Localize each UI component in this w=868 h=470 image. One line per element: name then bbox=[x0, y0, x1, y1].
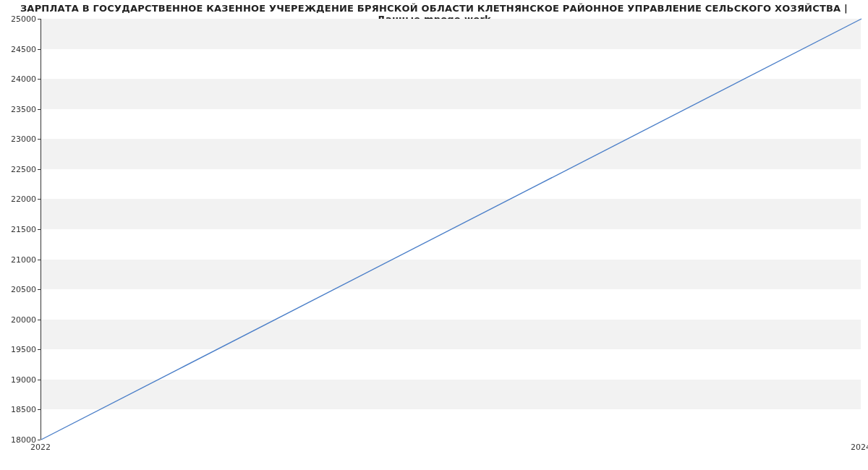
series-line bbox=[41, 19, 861, 440]
y-tick-label: 18500 bbox=[3, 405, 36, 414]
y-tick-mark bbox=[38, 19, 41, 20]
y-tick-mark bbox=[38, 109, 41, 110]
plot-area bbox=[41, 19, 861, 440]
y-tick-mark bbox=[38, 49, 41, 50]
y-tick-mark bbox=[38, 199, 41, 200]
y-tick-mark bbox=[38, 380, 41, 380]
y-tick-label: 21500 bbox=[3, 225, 36, 234]
y-tick-mark bbox=[38, 320, 41, 320]
y-tick-label: 22000 bbox=[3, 195, 36, 204]
y-tick-mark bbox=[38, 349, 41, 350]
y-tick-label: 20000 bbox=[3, 315, 36, 324]
y-tick-label: 24500 bbox=[3, 44, 36, 54]
y-tick-mark bbox=[38, 79, 41, 80]
y-tick-mark bbox=[38, 139, 41, 140]
y-tick-mark bbox=[38, 169, 41, 170]
x-tick-label: 2022 bbox=[30, 443, 51, 452]
y-tick-label: 20500 bbox=[3, 285, 36, 294]
y-tick-label: 24000 bbox=[3, 74, 36, 84]
y-tick-label: 19500 bbox=[3, 345, 36, 354]
y-tick-label: 21000 bbox=[3, 255, 36, 264]
line-layer bbox=[41, 19, 861, 439]
y-tick-label: 22500 bbox=[3, 164, 36, 174]
y-tick-mark bbox=[38, 229, 41, 230]
y-tick-mark bbox=[38, 260, 41, 260]
y-tick-label: 19000 bbox=[3, 375, 36, 384]
y-tick-mark bbox=[38, 409, 41, 410]
y-tick-mark bbox=[38, 289, 41, 290]
y-tick-mark bbox=[38, 440, 41, 440]
x-tick-label: 2024 bbox=[851, 443, 868, 452]
y-tick-label: 23000 bbox=[3, 134, 36, 144]
y-tick-label: 23500 bbox=[3, 104, 36, 114]
y-tick-label: 25000 bbox=[3, 14, 36, 24]
